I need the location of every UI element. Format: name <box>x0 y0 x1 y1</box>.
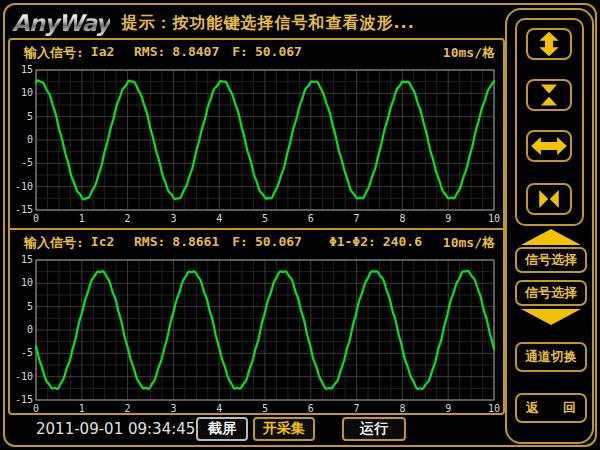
x-tick-label: 9 <box>438 213 458 224</box>
x-tick-label: 10 <box>484 213 504 224</box>
return-button[interactable]: 返 回 <box>515 393 587 423</box>
hint-text: 提示：按功能键选择信号和查看波形... <box>122 13 415 34</box>
y-tick-label: -5 <box>10 347 33 358</box>
screenshot-button[interactable]: 截屏 <box>196 417 248 441</box>
triangle-down-icon <box>521 309 581 325</box>
plot-svg-Ia2 <box>10 40 503 218</box>
compress-vertical-button[interactable] <box>526 79 572 111</box>
x-tick-label: 4 <box>209 403 229 414</box>
x-tick-label: 8 <box>392 403 412 414</box>
x-tick-label: 2 <box>118 403 138 414</box>
y-tick-label: 0 <box>10 324 33 335</box>
x-tick-label: 1 <box>72 213 92 224</box>
sidebar: 信号选择 信号选择 通道切换 返 回 <box>505 8 594 444</box>
x-tick-label: 7 <box>347 213 367 224</box>
y-tick-label: -5 <box>10 157 33 168</box>
y-tick-label: 10 <box>10 277 33 288</box>
zoom-button-group <box>515 18 584 226</box>
run-button[interactable]: 运行 <box>342 417 406 441</box>
x-tick-label: 0 <box>26 213 46 224</box>
acquire-button[interactable]: 开采集 <box>253 417 315 441</box>
y-tick-label: 5 <box>10 301 33 312</box>
x-tick-label: 7 <box>347 403 367 414</box>
y-tick-label: 15 <box>10 254 33 265</box>
x-tick-label: 5 <box>255 403 275 414</box>
triangle-up-icon <box>521 229 581 245</box>
x-tick-label: 10 <box>484 403 504 414</box>
x-tick-label: 5 <box>255 213 275 224</box>
x-tick-label: 6 <box>301 213 321 224</box>
y-tick-label: -10 <box>10 371 33 382</box>
x-tick-label: 0 <box>26 403 46 414</box>
plot-svg-Ic2 <box>10 230 503 408</box>
y-tick-label: 0 <box>10 134 33 145</box>
x-tick-label: 4 <box>209 213 229 224</box>
x-tick-label: 1 <box>72 403 92 414</box>
compress-horizontal-icon <box>529 186 569 212</box>
anyway-logo: AnyWay <box>12 10 110 36</box>
x-tick-label: 2 <box>118 213 138 224</box>
compress-horizontal-button[interactable] <box>526 183 572 215</box>
expand-horizontal-icon <box>529 133 569 159</box>
expand-horizontal-button[interactable] <box>526 130 572 162</box>
y-tick-label: -10 <box>10 181 33 192</box>
compress-vertical-icon <box>529 82 569 108</box>
waveform-panel-ia2: 输入信号: Ia2 RMS: 8.8407 F: 50.067 10ms/格 1… <box>10 40 503 228</box>
x-tick-label: 3 <box>163 403 183 414</box>
y-tick-label: 15 <box>10 64 33 75</box>
y-tick-label: 10 <box>10 87 33 98</box>
timestamp: 2011-09-01 09:34:45 <box>36 420 195 438</box>
x-tick-label: 9 <box>438 403 458 414</box>
charts-box: 输入信号: Ia2 RMS: 8.8407 F: 50.067 10ms/格 1… <box>8 38 505 415</box>
expand-vertical-icon <box>529 31 569 57</box>
expand-vertical-button[interactable] <box>526 28 572 60</box>
return-label-right: 回 <box>563 399 576 417</box>
x-tick-label: 3 <box>163 213 183 224</box>
status-bar: 2011-09-01 09:34:45 截屏 开采集 运行 <box>8 415 505 443</box>
y-tick-label: 5 <box>10 111 33 122</box>
signal-select-down-button[interactable]: 信号选择 <box>515 280 587 306</box>
return-label-left: 返 <box>526 399 539 417</box>
signal-select-up-button[interactable]: 信号选择 <box>515 247 587 273</box>
channel-switch-button[interactable]: 通道切换 <box>515 342 587 372</box>
x-tick-label: 6 <box>301 403 321 414</box>
header: AnyWay 提示：按功能键选择信号和查看波形... <box>12 8 502 38</box>
waveform-panel-ic2: 输入信号: Ic2 RMS: 8.8661 F: 50.067 Φ1-Φ2: 2… <box>10 228 503 413</box>
x-tick-label: 8 <box>392 213 412 224</box>
